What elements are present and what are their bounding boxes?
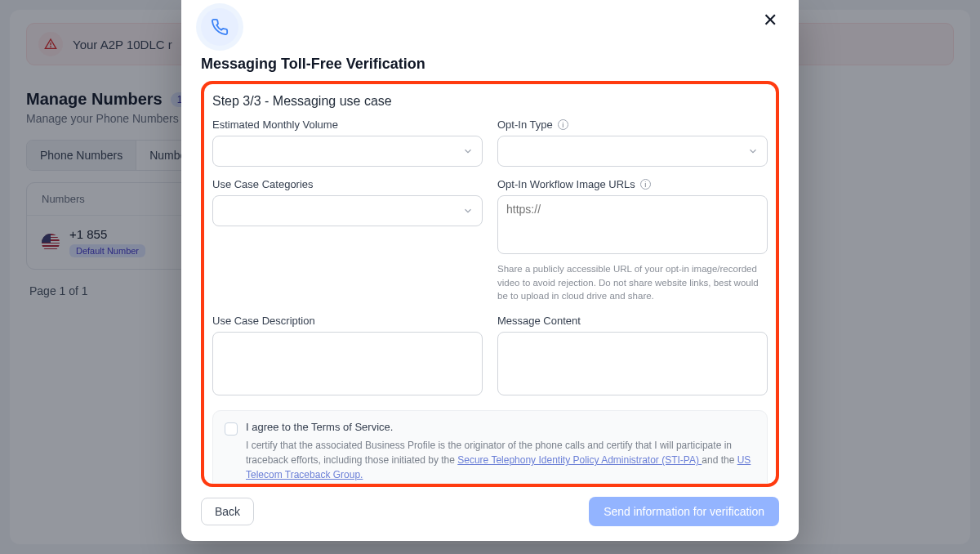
optin-url-label: Opt-In Workflow Image URLs: [497, 178, 635, 190]
optin-url-help: Share a publicly accessible URL of your …: [497, 262, 768, 303]
use-case-description-label: Use Case Description: [212, 315, 483, 327]
optin-type-select[interactable]: [497, 136, 768, 167]
estimated-volume-select[interactable]: [212, 136, 483, 167]
message-content-label: Message Content: [497, 315, 768, 327]
info-icon[interactable]: i: [640, 179, 651, 190]
tos-checkbox[interactable]: [225, 422, 238, 436]
back-button[interactable]: Back: [201, 498, 254, 525]
optin-url-input[interactable]: [497, 195, 768, 254]
use-case-description-input[interactable]: [212, 332, 483, 395]
message-content-input[interactable]: [497, 332, 768, 395]
sti-pa-link[interactable]: Secure Telephony Identity Policy Adminis…: [457, 454, 702, 466]
chevron-down-icon: [462, 205, 474, 217]
modal-title: Messaging Toll-Free Verification: [201, 56, 779, 73]
field-use-case-categories: Use Case Categories: [212, 178, 483, 226]
step-highlight-frame: Step 3/3 - Messaging use case Estimated …: [201, 81, 779, 487]
close-button[interactable]: ✕: [761, 8, 779, 33]
use-case-categories-label: Use Case Categories: [212, 178, 483, 190]
tos-agree-label: I agree to the Terms of Service.: [246, 421, 755, 433]
verification-modal: ✕ Messaging Toll-Free Verification Step …: [181, 0, 799, 541]
chevron-down-icon: [462, 145, 474, 157]
field-optin-url: Opt-In Workflow Image URLs i Share a pub…: [497, 178, 768, 303]
phone-icon: [201, 8, 238, 46]
optin-type-label: Opt-In Type: [497, 118, 553, 131]
field-estimated-volume: Estimated Monthly Volume: [212, 118, 483, 167]
chevron-down-icon: [747, 145, 759, 157]
use-case-categories-select[interactable]: [212, 195, 483, 226]
field-message-content: Message Content: [497, 315, 768, 399]
field-use-case-description: Use Case Description: [212, 315, 483, 399]
estimated-volume-label: Estimated Monthly Volume: [212, 118, 483, 131]
send-verification-button[interactable]: Send information for verification: [589, 497, 779, 526]
tos-fine-print: I certify that the associated Business P…: [246, 438, 755, 482]
step-title: Step 3/3 - Messaging use case: [212, 94, 768, 109]
terms-of-service-box: I agree to the Terms of Service. I certi…: [212, 410, 768, 487]
info-icon[interactable]: i: [558, 119, 568, 130]
field-optin-type: Opt-In Type i: [497, 118, 768, 167]
